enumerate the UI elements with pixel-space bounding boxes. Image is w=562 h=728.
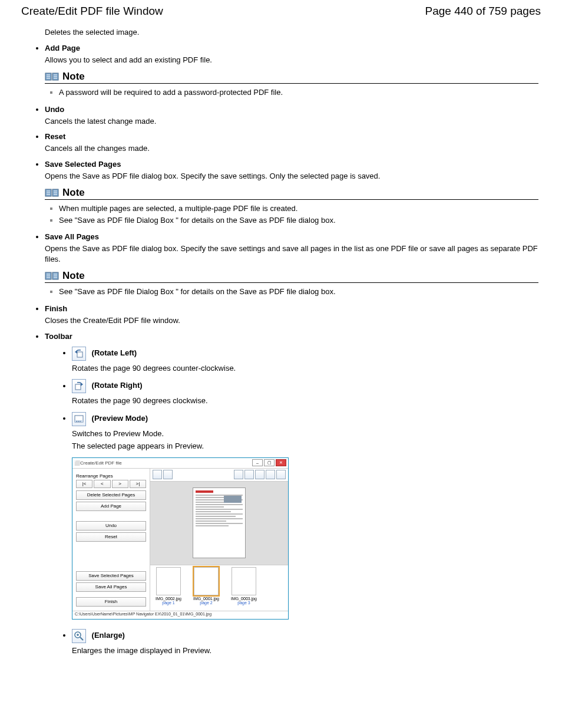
save-all-title: Save All Pages	[45, 232, 99, 241]
ss-thumb-2[interactable]: IMG_0001.jpg page 2	[190, 567, 223, 609]
content: Deletes the selected image. Add Page All…	[0, 27, 562, 685]
enlarge-desc: Enlarges the image displayed in Preview.	[72, 645, 538, 656]
note-label: Note	[62, 187, 85, 199]
rotate-right-icon	[72, 379, 86, 393]
ss-delete-selected-button[interactable]: Delete Selected Pages	[76, 490, 146, 500]
enlarge-icon	[72, 629, 86, 643]
svg-rect-28	[76, 421, 77, 422]
ss-reset-button[interactable]: Reset	[76, 532, 146, 542]
note-label: Note	[62, 71, 85, 83]
save-selected-title: Save Selected Pages	[45, 160, 121, 169]
rotate-left-icon	[72, 347, 86, 361]
preview-mode-title: (Preview Mode)	[90, 414, 148, 423]
note2-see-post: " for details on the Save as PDF file di…	[174, 216, 336, 225]
note-block-1: Note A password will be required to add …	[45, 71, 538, 98]
ss-status-bar: C:\Users\UserName\Pictures\MP Navigator …	[72, 611, 288, 619]
ss-finish-button[interactable]: Finish	[76, 597, 146, 607]
note-block-2: Note When multiple pages are selected, a…	[45, 187, 538, 225]
note3-see-pre: See "	[59, 287, 77, 296]
rotate-right-desc: Rotates the page 90 degrees clockwise.	[72, 396, 538, 406]
preview-mode-desc2: The selected page appears in Preview.	[72, 441, 538, 452]
note-icon	[45, 188, 59, 197]
svg-line-34	[80, 637, 83, 640]
undo-desc: Cancels the latest change made.	[45, 116, 538, 127]
ss-thumb-3[interactable]: IMG_0003.jpg page 3	[227, 567, 260, 609]
note2-see-pre: See "	[59, 216, 77, 225]
svg-rect-30	[80, 421, 81, 422]
note-icon	[45, 271, 59, 281]
reset-title: Reset	[45, 132, 65, 141]
ss-undo-button[interactable]: Undo	[76, 521, 146, 531]
save-selected-desc: Opens the Save as PDF file dialog box. S…	[45, 171, 538, 182]
page-number: Page 440 of 759 pages	[425, 5, 541, 18]
maximize-button[interactable]: ▢	[264, 459, 275, 466]
save-all-desc: Opens the Save as PDF file dialog box. S…	[45, 243, 538, 264]
save-as-pdf-link[interactable]: Save as PDF file Dialog Box	[77, 216, 173, 225]
ss-rearrange-label: Rearrange Pages	[76, 473, 146, 479]
save-as-pdf-link[interactable]: Save as PDF file Dialog Box	[77, 287, 173, 296]
note-label: Note	[62, 270, 85, 282]
toolbar-title: Toolbar	[45, 332, 72, 341]
add-page-desc: Allows you to select and add an existing…	[45, 55, 538, 65]
finish-desc: Closes the Create/Edit PDF file window.	[45, 315, 538, 326]
ss-help-icon[interactable]	[276, 470, 286, 479]
ss-rotate-right-icon[interactable]	[163, 470, 173, 479]
ss-app-icon: ⬜	[74, 460, 80, 466]
ss-preview-page	[193, 487, 246, 558]
ss-nav-first[interactable]: |<	[76, 480, 92, 488]
preview-mode-icon	[72, 412, 86, 426]
ss-nav-prev[interactable]: <	[94, 480, 110, 488]
enlarge-title: (Enlarge)	[90, 631, 125, 640]
svg-rect-29	[78, 421, 79, 422]
ss-window-title: Create/Edit PDF file	[80, 460, 251, 466]
ss-thumb-mode-icon[interactable]	[266, 470, 275, 479]
note-block-3: Note See "Save as PDF file Dialog Box " …	[45, 270, 538, 297]
reset-desc: Cancels all the changes made.	[45, 143, 538, 154]
ss-rotate-left-icon[interactable]	[153, 470, 162, 479]
finish-title: Finish	[45, 304, 67, 313]
note1-text: A password will be required to add a pas…	[59, 88, 283, 97]
ss-thumb-1[interactable]: IMG_0002.jpg page 1	[152, 567, 185, 609]
ss-save-all-button[interactable]: Save All Pages	[76, 582, 146, 592]
preview-screenshot: ⬜ Create/Edit PDF file – ▢ ✕ Rearrange P…	[72, 457, 289, 620]
ss-save-selected-button[interactable]: Save Selected Pages	[76, 571, 146, 581]
undo-title: Undo	[45, 105, 64, 114]
rotate-right-title: (Rotate Right)	[90, 381, 143, 390]
preview-mode-desc1: Switches to Preview Mode.	[72, 429, 538, 439]
note-icon	[45, 72, 59, 81]
ss-add-page-button[interactable]: Add Page	[76, 502, 146, 511]
page-title: Create/Edit PDF file Window	[21, 5, 163, 18]
delete-image-desc: Deletes the selected image.	[24, 27, 538, 38]
note3-see-post: " for details on the Save as PDF file di…	[174, 287, 336, 296]
ss-zoom-in-icon[interactable]	[234, 470, 243, 479]
ss-zoom-out-icon[interactable]	[244, 470, 254, 479]
svg-rect-25	[75, 384, 81, 390]
minimize-button[interactable]: –	[252, 459, 263, 466]
add-page-title: Add Page	[45, 44, 80, 52]
note2-text1: When multiple pages are selected, a mult…	[59, 204, 297, 213]
ss-preview-mode-icon[interactable]	[255, 470, 265, 479]
close-button[interactable]: ✕	[276, 459, 286, 466]
rotate-left-desc: Rotates the page 90 degrees counter-cloc…	[72, 363, 538, 374]
svg-rect-24	[77, 352, 82, 357]
ss-nav-next[interactable]: >	[112, 480, 128, 488]
rotate-left-title: (Rotate Left)	[90, 348, 137, 357]
ss-nav-last[interactable]: >|	[130, 480, 146, 488]
page-header: Create/Edit PDF file Window Page 440 of …	[0, 0, 562, 25]
